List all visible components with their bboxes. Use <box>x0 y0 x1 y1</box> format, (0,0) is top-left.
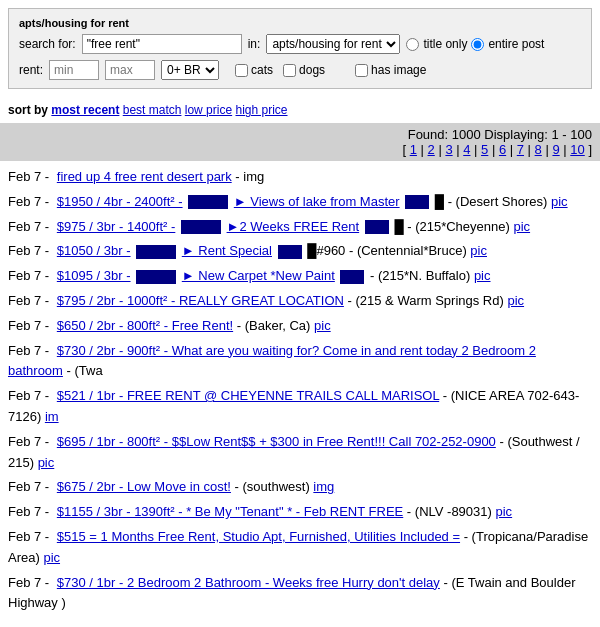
entire-post-label: entire post <box>488 37 544 51</box>
listing-meta: - (Baker, Ca) pic <box>237 318 331 333</box>
listing-link2[interactable]: ►2 Weeks FREE Rent <box>227 219 360 234</box>
pic-link[interactable]: pic <box>507 293 524 308</box>
listing-link[interactable]: $1050 / 3br - <box>57 243 131 258</box>
has-image-label: has image <box>371 63 426 77</box>
list-item: Feb 7 - $730 / 2br - 900ft² - What are y… <box>0 339 600 385</box>
page-9[interactable]: 9 <box>552 142 559 157</box>
list-item: Feb 7 - $795 / 2br - 1000ft² - REALLY GR… <box>0 289 600 314</box>
entire-post-radio[interactable] <box>471 38 484 51</box>
listing-link[interactable]: fired up 4 free rent desert park <box>57 169 232 184</box>
cats-checkbox[interactable] <box>235 64 248 77</box>
listing-link2[interactable]: ► Rent Special <box>182 243 272 258</box>
results-header: Found: 1000 Displaying: 1 - 100 [ 1 | 2 … <box>0 123 600 161</box>
listing-date: Feb 7 - <box>8 388 49 403</box>
listing-meta: - (215 & Warm Springs Rd) pic <box>348 293 525 308</box>
page-5[interactable]: 5 <box>481 142 488 157</box>
list-item: Feb 7 - $650 / 2br - 800ft² - Free Rent!… <box>0 314 600 339</box>
page-6[interactable]: 6 <box>499 142 506 157</box>
sort-by-label: sort by <box>8 103 48 117</box>
list-item: Feb 7 - $730 / 1br - 2 Bedroom 2 Bathroo… <box>0 571 600 617</box>
list-item: Feb 7 - $515 = 1 Months Free Rent, Studi… <box>0 525 600 571</box>
listing-date: Feb 7 - <box>8 293 49 308</box>
pic-link[interactable]: pic <box>314 318 331 333</box>
listing-link[interactable]: $1095 / 3br - <box>57 268 131 283</box>
cats-label: cats <box>251 63 273 77</box>
pic-link[interactable]: pic <box>38 455 55 470</box>
page-1[interactable]: 1 <box>410 142 417 157</box>
redacted-block <box>188 195 228 209</box>
listing-link[interactable]: $795 / 2br - 1000ft² - REALLY GREAT LOCA… <box>57 293 344 308</box>
listing-link[interactable]: $975 / 3br - 1400ft² - <box>57 219 176 234</box>
in-label: in: <box>248 37 261 51</box>
listing-date: Feb 7 - <box>8 479 49 494</box>
listing-meta: - (Twa <box>67 363 103 378</box>
listing-meta: - (NLV -89031) pic <box>407 504 512 519</box>
listing-date: Feb 7 - <box>8 318 49 333</box>
page-3[interactable]: 3 <box>445 142 452 157</box>
listing-link[interactable]: $521 / 1br - FREE RENT @ CHEYENNE TRAILS… <box>57 388 439 403</box>
pic-link[interactable]: pic <box>474 268 491 283</box>
page-4[interactable]: 4 <box>463 142 470 157</box>
page-10[interactable]: 10 <box>570 142 584 157</box>
listing-date: Feb 7 - <box>8 504 49 519</box>
sort-most-recent[interactable]: most recent <box>51 103 119 117</box>
br-select[interactable]: 0+ BR <box>161 60 219 80</box>
sort-high-price[interactable]: high price <box>235 103 287 117</box>
listing-link[interactable]: $1155 / 3br - 1390ft² - * Be My "Tenant"… <box>57 504 403 519</box>
listing-date: Feb 7 - <box>8 529 49 544</box>
category-select[interactable]: apts/housing for rent <box>266 34 400 54</box>
listing-date: Feb 7 - <box>8 243 49 258</box>
page-7[interactable]: 7 <box>517 142 524 157</box>
sort-best-match[interactable]: best match <box>123 103 182 117</box>
img-link[interactable]: img <box>313 479 334 494</box>
listing-link[interactable]: $675 / 2br - Low Move in cost! <box>57 479 231 494</box>
search-input[interactable] <box>82 34 242 54</box>
list-item: Feb 7 - fired up 4 free rent desert park… <box>0 165 600 190</box>
pic-link[interactable]: pic <box>513 219 530 234</box>
listing-date: Feb 7 - <box>8 575 49 590</box>
listing-date: Feb 7 - <box>8 268 49 283</box>
list-item: Feb 7 - $675 / 2br - Low Move in cost! -… <box>0 475 600 500</box>
listing-link2[interactable]: ► Views of lake from Master <box>234 194 400 209</box>
pic-link[interactable]: pic <box>496 504 513 519</box>
pagination: [ 1 | 2 | 3 | 4 | 5 | 6 | 7 | 8 | 9 | 10… <box>402 142 592 157</box>
listing-link[interactable]: $730 / 1br - 2 Bedroom 2 Bathroom - Week… <box>57 575 440 590</box>
listing-meta: - (215*N. Buffalo) pic <box>370 268 490 283</box>
page-8[interactable]: 8 <box>535 142 542 157</box>
img-link[interactable]: im <box>45 409 59 424</box>
rent-min-input[interactable] <box>49 60 99 80</box>
listing-meta: - img <box>235 169 264 184</box>
listing-date: Feb 7 - <box>8 219 49 234</box>
pic-link[interactable]: pic <box>551 194 568 209</box>
rent-label: rent: <box>19 63 43 77</box>
redacted-block <box>136 245 176 259</box>
listing-link[interactable]: $695 / 1br - 800ft² - $$Low Rent$$ + $30… <box>57 434 496 449</box>
listing-link[interactable]: $1950 / 4br - 2400ft² - <box>57 194 183 209</box>
redacted-block <box>136 270 176 284</box>
dogs-checkbox[interactable] <box>283 64 296 77</box>
sort-low-price[interactable]: low price <box>185 103 232 117</box>
redacted-block <box>278 245 302 259</box>
listing-link2[interactable]: ► New Carpet *New Paint <box>182 268 335 283</box>
found-count: Found: 1000 <box>408 127 481 142</box>
category-title: apts/housing for rent <box>19 17 581 29</box>
rent-max-input[interactable] <box>105 60 155 80</box>
title-only-radio[interactable] <box>406 38 419 51</box>
listings-container: Feb 7 - fired up 4 free rent desert park… <box>0 165 600 616</box>
redacted-block <box>405 195 429 209</box>
has-image-checkbox[interactable] <box>355 64 368 77</box>
listing-meta: █#960 - (Centennial*Bruce) pic <box>307 243 487 258</box>
list-item: Feb 7 - $1155 / 3br - 1390ft² - * Be My … <box>0 500 600 525</box>
listing-link[interactable]: $515 = 1 Months Free Rent, Studio Apt, F… <box>57 529 460 544</box>
redacted-block <box>181 220 221 234</box>
pic-link[interactable]: pic <box>470 243 487 258</box>
page-2[interactable]: 2 <box>428 142 435 157</box>
displaying-range: Displaying: 1 - 100 <box>484 127 592 142</box>
list-item: Feb 7 - $695 / 1br - 800ft² - $$Low Rent… <box>0 430 600 476</box>
listing-date: Feb 7 - <box>8 343 49 358</box>
list-item: Feb 7 - $521 / 1br - FREE RENT @ CHEYENN… <box>0 384 600 430</box>
list-item: Feb 7 - $975 / 3br - 1400ft² - ►2 Weeks … <box>0 215 600 240</box>
pic-link[interactable]: pic <box>43 550 60 565</box>
listing-date: Feb 7 - <box>8 169 49 184</box>
listing-link[interactable]: $650 / 2br - 800ft² - Free Rent! <box>57 318 233 333</box>
